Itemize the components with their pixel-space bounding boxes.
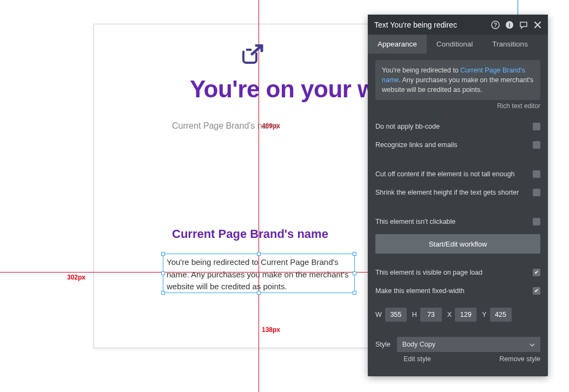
prop-recognize-links-label: Recognize links and emails bbox=[375, 141, 457, 149]
brand-name-heading: Current Page Brand's name bbox=[172, 227, 328, 241]
prop-shrink-checkbox[interactable] bbox=[533, 189, 540, 196]
remove-style-link[interactable]: Remove style bbox=[499, 355, 540, 363]
rich-text-editor-link[interactable]: Rich text editor bbox=[375, 102, 540, 110]
resize-handle-br[interactable] bbox=[353, 291, 356, 295]
subtitle-text: Current Page Brand's name bbox=[172, 121, 279, 131]
style-select[interactable]: Body Copy bbox=[397, 337, 540, 352]
rich-text-content[interactable]: You're being redirected to Current Page … bbox=[375, 60, 540, 100]
pos-h-input[interactable] bbox=[420, 308, 442, 322]
prop-not-clickable-checkbox[interactable] bbox=[533, 218, 540, 225]
info-icon[interactable]: i bbox=[505, 20, 514, 30]
tab-transitions[interactable]: Transitions bbox=[482, 35, 538, 54]
panel-tabs: Appearance Conditional Transitions bbox=[368, 35, 548, 54]
style-label: Style bbox=[375, 341, 391, 348]
comment-icon[interactable] bbox=[519, 20, 528, 30]
prop-visible-label: This element is visible on page load bbox=[375, 269, 482, 276]
resize-handle-tl[interactable] bbox=[161, 252, 165, 256]
chevron-down-icon bbox=[530, 341, 535, 348]
rt-suffix: . Any purchases you make on the merchant… bbox=[382, 76, 533, 94]
svg-text:i: i bbox=[509, 22, 511, 28]
top-right-guide bbox=[518, 0, 518, 15]
property-panel: Text You're being redirec ? i Appearance… bbox=[368, 15, 548, 376]
resize-handle-ml[interactable] bbox=[161, 271, 165, 275]
panel-title: Text You're being redirec bbox=[374, 21, 486, 29]
resize-handle-tr[interactable] bbox=[353, 252, 356, 256]
prop-cutoff-label: Cut off content if the element is not ta… bbox=[375, 170, 515, 178]
guide-label-left: 302px bbox=[67, 274, 85, 281]
pos-y-label: Y bbox=[482, 311, 486, 318]
resize-handle-tm[interactable] bbox=[257, 252, 261, 256]
pos-y-input[interactable] bbox=[490, 308, 512, 322]
help-icon[interactable]: ? bbox=[491, 20, 500, 30]
tab-appearance[interactable]: Appearance bbox=[368, 35, 427, 54]
prop-shrink-label: Shrink the element height if the text ge… bbox=[375, 189, 519, 196]
prop-cutoff-checkbox[interactable] bbox=[533, 170, 540, 178]
prop-no-bbcode-label: Do not apply bb-code bbox=[375, 123, 440, 130]
pos-h-label: H bbox=[412, 311, 417, 318]
selected-text-content: You're being redirected to Current Page … bbox=[167, 257, 348, 291]
position-row: W H X Y bbox=[375, 308, 540, 322]
resize-handle-bl[interactable] bbox=[161, 291, 165, 295]
resize-handle-bm[interactable] bbox=[257, 291, 261, 295]
pos-x-input[interactable] bbox=[455, 308, 477, 322]
guide-label-bottom: 138px bbox=[262, 326, 280, 334]
pos-w-input[interactable] bbox=[385, 308, 407, 322]
panel-header[interactable]: Text You're being redirec ? i bbox=[368, 15, 548, 35]
pos-x-label: X bbox=[447, 311, 452, 318]
selected-text-element[interactable]: You're being redirected to Current Page … bbox=[163, 254, 355, 293]
external-link-icon bbox=[235, 44, 273, 66]
tab-conditional[interactable]: Conditional bbox=[427, 35, 483, 54]
workflow-button[interactable]: Start/Edit workflow bbox=[375, 234, 540, 254]
prop-fixed-width-label: Make this element fixed-width bbox=[375, 287, 465, 295]
prop-not-clickable-label: This element isn't clickable bbox=[375, 218, 455, 225]
prop-visible-checkbox[interactable] bbox=[533, 269, 540, 276]
prop-fixed-width-checkbox[interactable] bbox=[533, 287, 540, 295]
rt-prefix: You're being redirected to bbox=[382, 67, 460, 74]
prop-no-bbcode-checkbox[interactable] bbox=[533, 123, 540, 130]
close-icon[interactable] bbox=[533, 20, 542, 30]
pos-w-label: W bbox=[375, 311, 382, 318]
prop-recognize-links-checkbox[interactable] bbox=[533, 141, 540, 149]
style-select-value: Body Copy bbox=[402, 341, 435, 348]
edit-style-link[interactable]: Edit style bbox=[403, 355, 431, 363]
resize-handle-mr[interactable] bbox=[353, 271, 356, 275]
svg-text:?: ? bbox=[494, 22, 497, 28]
